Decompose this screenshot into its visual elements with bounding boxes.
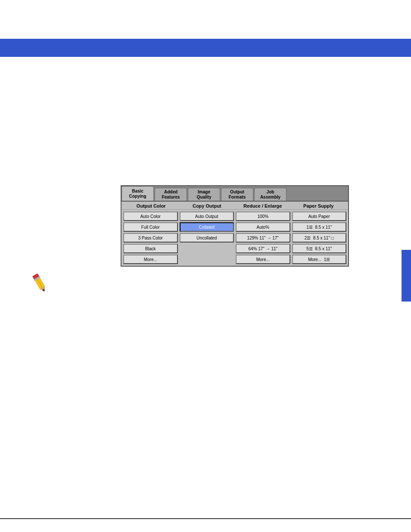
btn-output-color-more[interactable]: More... <box>123 255 178 264</box>
btn-collated[interactable]: Collated <box>180 222 234 232</box>
btn-uncollated[interactable]: Uncollated <box>180 233 234 243</box>
btn-paper-1[interactable]: 1☰ 8.5 x 11" <box>292 222 347 232</box>
btn-paper-2[interactable]: 2☰ 8.5 x 11" □ <box>292 233 347 243</box>
tab-basic-copying[interactable]: Basic Copying <box>121 186 154 201</box>
btn-auto-output[interactable]: Auto Output <box>180 212 234 221</box>
btn-3pass-color[interactable]: 3 Pass Color <box>123 233 178 243</box>
header-bar <box>0 39 411 57</box>
note-icon <box>28 271 54 297</box>
paper-supply-column: Auto Paper 1☰ 8.5 x 11" 2☰ 8.5 x 11" □ 5… <box>292 212 347 264</box>
section-output-color-header: Output Color <box>123 203 179 208</box>
btn-auto-pct[interactable]: Auto% <box>236 222 290 232</box>
section-paper-supply-header: Paper Supply <box>291 203 347 208</box>
tab-output-formats[interactable]: Output Formats <box>221 188 253 201</box>
btn-full-color[interactable]: Full Color <box>123 222 178 232</box>
dialog-panel: Basic Copying Added Features Image Quali… <box>121 185 349 267</box>
bottom-separator <box>0 518 411 519</box>
section-reduce-enlarge-header: Reduce / Enlarge <box>235 203 291 208</box>
tab-job-assembly[interactable]: Job Assembly <box>254 188 286 201</box>
buttons-area: Auto Color Full Color 3 Pass Color Black… <box>121 210 348 266</box>
btn-auto-paper[interactable]: Auto Paper <box>292 212 347 221</box>
copy-output-column: Auto Output Collated Uncollated <box>180 212 234 264</box>
output-color-column: Auto Color Full Color 3 Pass Color Black… <box>123 212 178 264</box>
btn-auto-color[interactable]: Auto Color <box>123 212 178 221</box>
reduce-enlarge-column: 100% Auto% 129% 11" → 17" 64% 17" → 11" … <box>236 212 290 264</box>
btn-paper-supply-more[interactable]: More... 1☰ <box>292 255 347 264</box>
section-copy-output-header: Copy Output <box>179 203 235 208</box>
right-sidebar-tab <box>402 250 411 302</box>
btn-64pct[interactable]: 64% 17" → 11" <box>236 244 290 253</box>
tab-added-features[interactable]: Added Features <box>155 188 187 201</box>
btn-100pct[interactable]: 100% <box>236 212 290 221</box>
btn-reduce-enlarge-more[interactable]: More... <box>236 255 290 264</box>
btn-129pct[interactable]: 129% 11" → 17" <box>236 233 290 243</box>
btn-black[interactable]: Black <box>123 244 178 253</box>
section-headers: Output Color Copy Output Reduce / Enlarg… <box>121 202 348 210</box>
btn-paper-5[interactable]: 5☰ 8.5 x 11" <box>292 244 347 253</box>
tab-row: Basic Copying Added Features Image Quali… <box>121 186 348 202</box>
tab-image-quality[interactable]: Image Quality <box>188 188 220 201</box>
